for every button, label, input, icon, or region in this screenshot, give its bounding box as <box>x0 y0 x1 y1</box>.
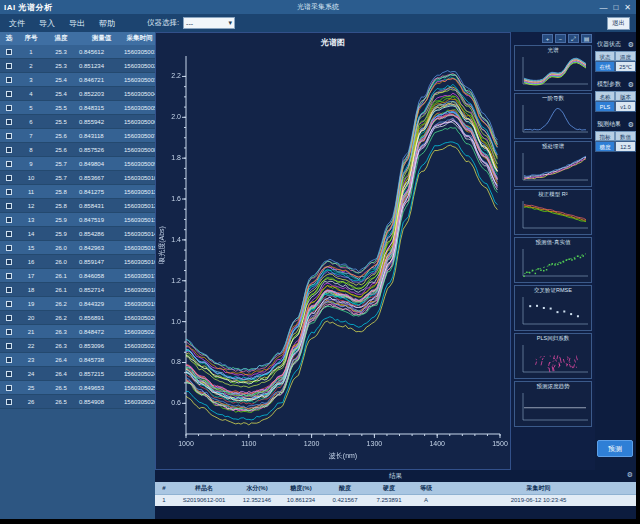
control-value-cell[interactable]: PLS <box>595 101 615 112</box>
chart-tool-button[interactable]: + <box>542 34 553 43</box>
mini-chart[interactable]: 光谱 <box>514 45 592 91</box>
gear-icon[interactable]: ⚙ <box>628 121 634 129</box>
table-row[interactable]: 1626.00.8591471560305016156 <box>0 255 155 269</box>
control-value-cell[interactable]: 25℃ <box>615 61 636 72</box>
table-row[interactable]: 1325.90.8475191560305013149 <box>0 213 155 227</box>
chart-tool-button[interactable]: ▤ <box>581 34 592 43</box>
checkbox[interactable] <box>6 357 12 363</box>
maximize-button[interactable]: □ <box>613 3 618 12</box>
table-row[interactable]: 2526.50.8496531560305025176 <box>0 381 155 395</box>
mini-chart[interactable]: 预处理谱 <box>514 141 592 187</box>
control-value-cell[interactable]: 在线 <box>595 61 615 72</box>
checkbox[interactable] <box>6 189 12 195</box>
gear-icon[interactable]: ⚙ <box>628 41 634 49</box>
chart-tool-button[interactable]: − <box>555 34 566 43</box>
checkbox[interactable] <box>6 315 12 321</box>
checkbox[interactable] <box>6 343 12 349</box>
checkbox[interactable] <box>6 133 12 139</box>
checkbox[interactable] <box>6 49 12 55</box>
table-row[interactable]: 725.60.8431181560305007135 <box>0 129 155 143</box>
menu-item[interactable]: 导出 <box>63 16 91 31</box>
spectra-chart-canvas[interactable] <box>156 48 510 468</box>
table-row[interactable]: 1125.80.8412751560305011144 <box>0 185 155 199</box>
mini-chart[interactable]: 预测值-真实值 <box>514 237 592 283</box>
close-button[interactable]: ✕ <box>624 3 631 12</box>
checkbox[interactable] <box>6 105 12 111</box>
column-header[interactable]: 采集时间 <box>124 34 155 43</box>
checkbox[interactable] <box>6 147 12 153</box>
menu-item[interactable]: 帮助 <box>93 16 121 31</box>
column-header[interactable]: 温度 <box>44 34 78 43</box>
table-row[interactable]: 925.70.8498041560305009140 <box>0 157 155 171</box>
table-row[interactable]: 625.50.8559421560305006133 <box>0 115 155 129</box>
table-row[interactable]: 525.50.8483151560305005131 <box>0 101 155 115</box>
table-row[interactable]: 1926.20.8443291560305019163 <box>0 297 155 311</box>
table-row[interactable]: 225.30.8512341560305002124 <box>0 59 155 73</box>
column-header[interactable]: 水分(%) <box>235 482 279 494</box>
checkbox[interactable] <box>6 329 12 335</box>
control-value-cell[interactable]: 糖度 <box>595 141 615 152</box>
column-header[interactable]: 酸度 <box>323 482 367 494</box>
control-value-cell[interactable]: v1.0 <box>615 101 636 112</box>
table-row[interactable]: 2326.40.8457381560305023172 <box>0 353 155 367</box>
checkbox[interactable] <box>6 119 12 125</box>
checkbox[interactable] <box>6 217 12 223</box>
checkbox[interactable] <box>6 371 12 377</box>
column-header[interactable]: 序号 <box>18 34 44 43</box>
mini-chart[interactable]: 一阶导数 <box>514 93 592 139</box>
column-header[interactable]: 硬度 <box>367 482 411 494</box>
table-row[interactable]: 425.40.8522031560305004128 <box>0 87 155 101</box>
checkbox[interactable] <box>6 231 12 237</box>
checkbox[interactable] <box>6 385 12 391</box>
chart-tool-button[interactable]: ⤢ <box>568 34 579 43</box>
device-select-dropdown[interactable]: --- ▾ <box>183 17 235 29</box>
checkbox[interactable] <box>6 273 12 279</box>
table-row[interactable]: 1S20190612-00112.35214610.8612340.421567… <box>155 494 636 506</box>
checkbox[interactable] <box>6 91 12 97</box>
column-header[interactable]: 测量值 <box>78 34 124 43</box>
table-row[interactable]: 1025.70.8536671560305010142 <box>0 171 155 185</box>
control-value-cell[interactable]: 12.5 <box>615 141 636 152</box>
exit-button[interactable]: 退出 <box>607 17 630 30</box>
table-row[interactable]: 1425.90.8542861560305014151 <box>0 227 155 241</box>
column-header[interactable]: 选 <box>0 34 18 43</box>
column-header[interactable]: # <box>155 482 173 494</box>
table-row[interactable]: 2026.20.8568911560305020165 <box>0 311 155 325</box>
table-row[interactable]: 1526.00.8429631560305015153 <box>0 241 155 255</box>
table-row[interactable]: 2126.30.8484721560305021167 <box>0 325 155 339</box>
column-header[interactable]: 采集时间 <box>441 482 636 494</box>
gear-icon[interactable]: ⚙ <box>628 81 634 89</box>
table-row[interactable]: 1225.80.8584311560305012147 <box>0 199 155 213</box>
checkbox[interactable] <box>6 399 12 405</box>
checkbox[interactable] <box>6 259 12 265</box>
table-row[interactable]: 825.60.8575261560305008137 <box>0 143 155 157</box>
checkbox[interactable] <box>6 77 12 83</box>
column-header[interactable]: 等级 <box>411 482 441 494</box>
mini-chart[interactable]: 校正模型 R² <box>514 189 592 235</box>
table-row[interactable]: 125.30.8456121560305001123 <box>0 45 155 59</box>
mini-chart[interactable]: 交叉验证RMSE <box>514 285 592 331</box>
menu-item[interactable]: 导入 <box>33 16 61 31</box>
table-row[interactable]: 2426.40.8572151560305024174 <box>0 367 155 381</box>
predict-button[interactable]: 预测 <box>597 440 633 457</box>
mini-chart[interactable]: PLS回归系数 <box>514 333 592 379</box>
table-row[interactable]: 325.40.8467211560305003126 <box>0 73 155 87</box>
table-row[interactable]: 2226.30.8530961560305022169 <box>0 339 155 353</box>
column-header[interactable]: 糖度(%) <box>279 482 323 494</box>
table-row[interactable]: 2626.50.8549081560305026179 <box>0 395 155 409</box>
table-row[interactable]: 1726.10.8460581560305017158 <box>0 269 155 283</box>
checkbox[interactable] <box>6 203 12 209</box>
checkbox[interactable] <box>6 63 12 69</box>
checkbox[interactable] <box>6 245 12 251</box>
table-row[interactable]: 1826.10.8527141560305018160 <box>0 283 155 297</box>
checkbox[interactable] <box>6 161 12 167</box>
gear-icon[interactable]: ⚙ <box>627 471 633 479</box>
checkbox[interactable] <box>6 287 12 293</box>
row-checkbox-cell <box>0 385 18 391</box>
column-header[interactable]: 样品名 <box>173 482 235 494</box>
checkbox[interactable] <box>6 175 12 181</box>
minimize-button[interactable]: — <box>599 3 607 12</box>
checkbox[interactable] <box>6 301 12 307</box>
menu-item[interactable]: 文件 <box>3 16 31 31</box>
mini-chart[interactable]: 预测浓度趋势 <box>514 381 592 427</box>
